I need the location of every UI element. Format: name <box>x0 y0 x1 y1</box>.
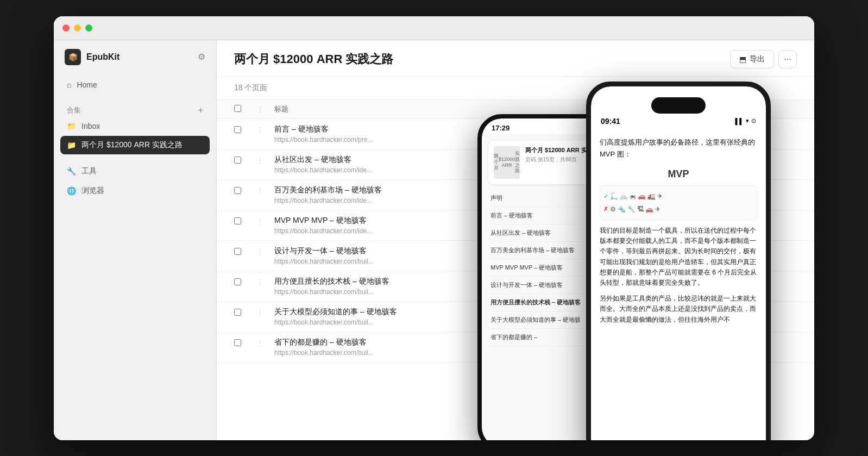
header-title-col: 标题 <box>274 104 797 114</box>
row-checkbox-0[interactable] <box>234 126 241 133</box>
book-folder-icon: 📁 <box>67 141 76 149</box>
row-title-3: MVP MVP MVP – 硬地骇客 <box>274 216 797 226</box>
header-checkbox-col <box>234 104 250 114</box>
row-drag-handle-6: ⋮ <box>257 307 268 316</box>
export-button[interactable]: ⬒ 导出 <box>730 50 774 68</box>
row-checkbox-2[interactable] <box>234 187 241 194</box>
brand-icon: 📦 <box>65 49 81 65</box>
row-drag-handle-0: ⋮ <box>257 124 268 134</box>
sidebar: 📦 EpubKit ⚙ ⌂ Home 合集 + 📁 Inbox 📁 两个月 $1… <box>54 16 217 440</box>
row-drag-handle-1: ⋮ <box>257 155 268 164</box>
row-url-0: https://book.hardhacker.com/pre... <box>274 136 797 143</box>
brand-left: 📦 EpubKit <box>65 49 119 65</box>
header-drag-col: ⋮ <box>257 105 268 113</box>
table-row[interactable]: ⋮ 用方便且擅长的技术栈 – 硬地骇客 https://book.hardhac… <box>217 271 814 302</box>
brand-name: EpubKit <box>86 52 119 62</box>
browser-icon: 🌐 <box>67 186 76 195</box>
row-checkbox-4[interactable] <box>234 248 241 255</box>
row-checkbox-7[interactable] <box>234 339 241 346</box>
table-row[interactable]: ⋮ 从社区出发 – 硬地骇客 https://book.hardhacker.c… <box>217 149 814 180</box>
row-drag-handle-5: ⋮ <box>257 277 268 286</box>
row-drag-handle-3: ⋮ <box>257 216 268 225</box>
row-content-2: 百万美金的利基市场 – 硬地骇客 https://book.hardhacker… <box>274 185 797 204</box>
row-content-6: 关于大模型必须知道的事 – 硬地骇客 https://book.hardhack… <box>274 307 797 326</box>
sidebar-item-browser[interactable]: 🌐 浏览器 <box>60 182 210 200</box>
row-title-0: 前言 – 硬地骇客 <box>274 124 797 134</box>
row-drag-handle-7: ⋮ <box>257 338 268 347</box>
minimize-button[interactable] <box>74 24 81 32</box>
row-checkbox-1[interactable] <box>234 157 241 164</box>
table-row[interactable]: ⋮ 前言 – 硬地骇客 https://book.hardhacker.com/… <box>217 119 814 149</box>
table-row[interactable]: ⋮ 关于大模型必须知道的事 – 硬地骇客 https://book.hardha… <box>217 302 814 332</box>
maximize-button[interactable] <box>85 24 92 32</box>
row-title-7: 省下的都是赚的 – 硬地骇客 <box>274 338 797 347</box>
row-content-5: 用方便且擅长的技术栈 – 硬地骇客 https://book.hardhacke… <box>274 277 797 296</box>
traffic-lights <box>62 24 92 32</box>
main-content: 两个月 $12000 ARR 实践之路 ⬒ 导出 ··· 18 个页面 ⋮ 标题 <box>217 16 814 440</box>
export-label: 导出 <box>750 54 765 64</box>
row-checkbox-col-4 <box>234 246 250 257</box>
row-url-2: https://book.hardhacker.com/ide... <box>274 197 797 204</box>
row-content-0: 前言 – 硬地骇客 https://book.hardhacker.com/pr… <box>274 124 797 143</box>
settings-icon[interactable]: ⚙ <box>198 52 205 62</box>
row-url-1: https://book.hardhacker.com/ide... <box>274 166 797 174</box>
tools-icon: 🔧 <box>67 167 76 176</box>
header-actions: ⬒ 导出 ··· <box>730 50 797 68</box>
sidebar-item-home[interactable]: ⌂ Home <box>60 76 210 93</box>
sidebar-collection-items: 📁 Inbox 📁 两个月 $12000 ARR 实践之路 <box>54 117 216 155</box>
title-bar <box>54 16 814 40</box>
row-drag-handle-4: ⋮ <box>257 246 268 255</box>
row-checkbox-col-3 <box>234 216 250 227</box>
row-title-4: 设计与开发一体 – 硬地骇客 <box>274 246 797 256</box>
table-row[interactable]: ⋮ 设计与开发一体 – 硬地骇客 https://book.hardhacker… <box>217 241 814 271</box>
inbox-folder-icon: 📁 <box>67 122 76 130</box>
row-checkbox-col-6 <box>234 307 250 318</box>
sidebar-item-browser-label: 浏览器 <box>81 186 104 196</box>
row-checkbox-col-2 <box>234 185 250 196</box>
add-collection-button[interactable]: + <box>198 105 203 115</box>
select-all-checkbox[interactable] <box>234 105 241 112</box>
table-row[interactable]: ⋮ 省下的都是赚的 – 硬地骇客 https://book.hardhacker… <box>217 332 814 363</box>
page-title: 两个月 $12000 ARR 实践之路 <box>234 51 393 67</box>
row-checkbox-6[interactable] <box>234 309 241 316</box>
row-checkbox-3[interactable] <box>234 217 241 224</box>
home-icon: ⌂ <box>67 80 71 89</box>
table-row[interactable]: ⋮ MVP MVP MVP – 硬地骇客 https://book.hardha… <box>217 210 814 241</box>
row-checkbox-col-0 <box>234 124 250 135</box>
row-url-3: https://book.hardhacker.com/ide... <box>274 227 797 235</box>
row-content-1: 从社区出发 – 硬地骇客 https://book.hardhacker.com… <box>274 155 797 174</box>
sidebar-item-inbox-label: Inbox <box>81 122 100 130</box>
row-checkbox-col-1 <box>234 155 250 166</box>
row-drag-handle-2: ⋮ <box>257 185 268 195</box>
row-title-5: 用方便且擅长的技术栈 – 硬地骇客 <box>274 277 797 286</box>
sidebar-item-current-book[interactable]: 📁 两个月 $12000 ARR 实践之路 <box>60 136 210 154</box>
table-body: ⋮ 前言 – 硬地骇客 https://book.hardhacker.com/… <box>217 119 814 440</box>
sidebar-nav: ⌂ Home <box>54 72 216 99</box>
sidebar-item-home-label: Home <box>77 80 97 89</box>
row-checkbox-5[interactable] <box>234 278 241 285</box>
collections-label: 合集 <box>67 105 81 115</box>
sidebar-footer: 🔧 工具 🌐 浏览器 <box>54 158 216 205</box>
more-options-button[interactable]: ··· <box>778 50 797 68</box>
sidebar-item-current-book-label: 两个月 $12000 ARR 实践之路 <box>81 140 183 150</box>
row-title-6: 关于大模型必须知道的事 – 硬地骇客 <box>274 307 797 317</box>
sidebar-item-inbox[interactable]: 📁 Inbox <box>60 117 210 135</box>
row-url-4: https://book.hardhacker.com/buil... <box>274 258 797 265</box>
collections-header: 合集 + <box>54 99 216 117</box>
row-checkbox-col-7 <box>234 338 250 348</box>
table-row[interactable]: ⋮ 百万美金的利基市场 – 硬地骇客 https://book.hardhack… <box>217 180 814 210</box>
row-content-4: 设计与开发一体 – 硬地骇客 https://book.hardhacker.c… <box>274 246 797 265</box>
export-icon: ⬒ <box>739 55 746 64</box>
row-checkbox-col-5 <box>234 277 250 288</box>
row-title-1: 从社区出发 – 硬地骇客 <box>274 155 797 165</box>
row-url-7: https://book.hardhacker.com/buil... <box>274 349 797 357</box>
sidebar-item-tools[interactable]: 🔧 工具 <box>60 162 210 180</box>
table-header: ⋮ 标题 <box>217 100 814 119</box>
pages-count: 18 个页面 <box>217 77 814 100</box>
row-url-5: https://book.hardhacker.com/buil... <box>274 288 797 296</box>
sidebar-brand: 📦 EpubKit ⚙ <box>54 40 216 72</box>
main-header: 两个月 $12000 ARR 实践之路 ⬒ 导出 ··· <box>217 40 814 77</box>
row-title-2: 百万美金的利基市场 – 硬地骇客 <box>274 185 797 195</box>
close-button[interactable] <box>62 24 70 32</box>
row-url-6: https://book.hardhacker.com/buil... <box>274 318 797 326</box>
